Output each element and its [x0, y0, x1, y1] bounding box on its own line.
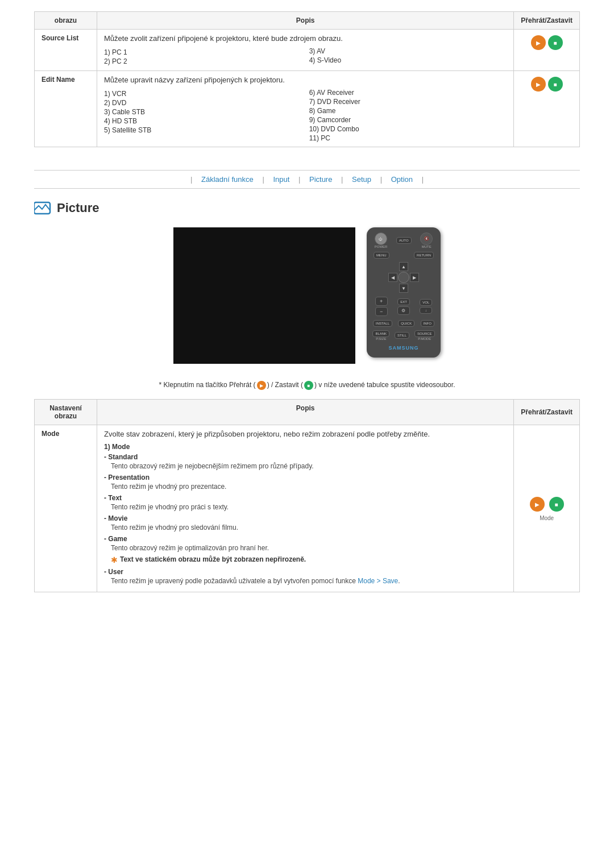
picture-icon: [34, 200, 52, 216]
mute-button[interactable]: 🔇: [420, 232, 433, 245]
table-row: Source List Můžete zvolit zařízení připo…: [35, 30, 580, 71]
nav-sep-1: |: [190, 175, 192, 184]
nav-option[interactable]: Option: [391, 175, 413, 184]
vol-plus-button[interactable]: +: [375, 297, 388, 306]
nav-zakladni[interactable]: Základní funkce: [201, 175, 254, 184]
warning-star-icon: ✱: [111, 555, 118, 564]
info-button[interactable]: INFO: [421, 320, 434, 327]
play-icon-inline: ▶: [257, 381, 266, 390]
quick-button[interactable]: QUICK: [398, 320, 414, 327]
auto-button[interactable]: AUTO: [396, 237, 412, 244]
mode-row-desc: Zvolte stav zobrazení, který je přizpůso…: [97, 425, 514, 592]
source-button[interactable]: SOURCE: [414, 330, 435, 337]
remote-control: ⏻ POWER AUTO 🔇 MUTE MENU RETURN: [367, 227, 441, 358]
row-source-list-name: Source List: [35, 30, 97, 71]
settings-button[interactable]: ⚙: [397, 306, 410, 315]
row-source-list-play: ▶ ■: [514, 30, 580, 71]
nav-setup[interactable]: Setup: [352, 175, 371, 184]
row-edit-name-desc: Můžete upravit názvy zařízení připojenýc…: [97, 71, 514, 147]
section-title-picture: Picture: [34, 200, 580, 216]
bottom-header-popis: Popis: [97, 400, 514, 425]
mode-presentation-desc: Tento režim je vhodný pro prezentace.: [111, 483, 507, 491]
nav-sep-2: |: [262, 175, 264, 184]
stop-button-mode[interactable]: ■: [549, 497, 564, 512]
stop-icon-inline: ■: [304, 381, 313, 390]
play-button-2[interactable]: ▶: [531, 77, 546, 92]
nav-sep-3: |: [298, 175, 300, 184]
row-edit-name-label: Edit Name: [35, 71, 97, 147]
still-button[interactable]: STILL: [395, 332, 409, 339]
samsung-label: SAMSUNG: [388, 345, 418, 351]
bottom-header-play: Přehrát/Zastavit: [514, 400, 580, 425]
picture-title: Picture: [57, 201, 99, 215]
power-label: POWER: [375, 245, 388, 248]
mode-text-desc: Tento režim je vhodný pro práci s texty.: [111, 503, 507, 511]
top-info-table: obrazu Popis Přehrát/Zastavit Source Lis…: [34, 11, 580, 147]
vol-down-button[interactable]: ↓: [420, 307, 432, 314]
vol-minus-button[interactable]: −: [375, 307, 388, 316]
stop-button-2[interactable]: ■: [548, 77, 563, 92]
bottom-header-nastaveni: Nastavení obrazu: [35, 400, 97, 425]
mode-row-play: ▶ ■ Mode: [514, 425, 580, 592]
mode-save-link[interactable]: Mode > Save: [358, 577, 398, 585]
header-play: Přehrát/Zastavit: [514, 12, 580, 30]
mode-standard-desc: Tento obrazový režim je nejobecnějším re…: [111, 462, 507, 470]
mode-text-label: - Text: [104, 494, 507, 502]
play-button[interactable]: ▶: [531, 35, 546, 50]
mode-user-label: - User: [104, 568, 507, 576]
nav-sep-5: |: [380, 175, 382, 184]
video-display: [173, 227, 355, 364]
mode-presentation-label: - Presentation: [104, 474, 507, 481]
header-popis: Popis: [97, 12, 514, 30]
dpad-center[interactable]: [398, 272, 409, 283]
table-row-mode: Mode Zvolte stav zobrazení, který je při…: [35, 425, 580, 592]
mode-game-desc: Tento obrazový režim je optimalizován pr…: [111, 544, 507, 552]
nav-bar: | Základní funkce | Input | Picture | Se…: [34, 170, 580, 189]
power-button[interactable]: ⏻: [375, 232, 387, 245]
mode-standard-label: - Standard: [104, 453, 507, 461]
ext-button[interactable]: EXT: [397, 298, 410, 305]
install-button[interactable]: INSTALL: [373, 320, 392, 327]
mode-game-label: - Game: [104, 535, 507, 543]
nav-sep-4: |: [341, 175, 343, 184]
mode-movie-label: - Movie: [104, 514, 507, 522]
nav-picture[interactable]: Picture: [309, 175, 332, 184]
header-obrazu: obrazu: [35, 12, 97, 30]
nav-input[interactable]: Input: [273, 175, 289, 184]
video-instruction: * Klepnutím na tlačítko Přehrát (▶) / Za…: [34, 381, 580, 390]
dpad-up[interactable]: ▲: [399, 262, 408, 271]
dpad-left[interactable]: ◀: [388, 273, 397, 282]
mode-user-desc: Tento režim je upravený podle požadavků …: [111, 577, 507, 585]
blank-button[interactable]: BLANK: [372, 330, 389, 337]
row-edit-name-play: ▶ ■: [514, 71, 580, 147]
dpad: ▲ ▼ ◀ ▶: [388, 262, 419, 293]
dpad-right[interactable]: ▶: [410, 273, 419, 282]
return-button[interactable]: RETURN: [414, 252, 434, 259]
table-row: Edit Name Můžete upravit názvy zařízení …: [35, 71, 580, 147]
bottom-info-table: Nastavení obrazu Popis Přehrát/Zastavit …: [34, 399, 580, 592]
mode-movie-desc: Tento režim je vhodný pro sledování film…: [111, 524, 507, 531]
dpad-down[interactable]: ▼: [399, 284, 408, 293]
mode-play-label: Mode: [521, 515, 572, 521]
source-label: P.MODE: [414, 337, 435, 340]
vol-up-button[interactable]: VOL: [420, 299, 432, 306]
row-source-list-desc: Můžete zvolit zařízení připojené k proje…: [97, 30, 514, 71]
mode-game-warning: ✱ Text ve statickém obrazu může být zobr…: [111, 555, 507, 564]
warning-text: Text ve statickém obrazu může být zobraz…: [120, 555, 306, 563]
mode-row-name: Mode: [35, 425, 97, 592]
nav-sep-6: |: [422, 175, 424, 184]
blank-label: P.SIZE: [372, 337, 389, 340]
menu-button[interactable]: MENU: [374, 252, 389, 259]
mode-label-1: 1) Mode: [104, 443, 507, 451]
mute-label: MUTE: [420, 245, 433, 248]
play-button-mode[interactable]: ▶: [530, 497, 545, 512]
media-area: ⏻ POWER AUTO 🔇 MUTE MENU RETURN: [34, 227, 580, 364]
stop-button[interactable]: ■: [548, 35, 563, 50]
